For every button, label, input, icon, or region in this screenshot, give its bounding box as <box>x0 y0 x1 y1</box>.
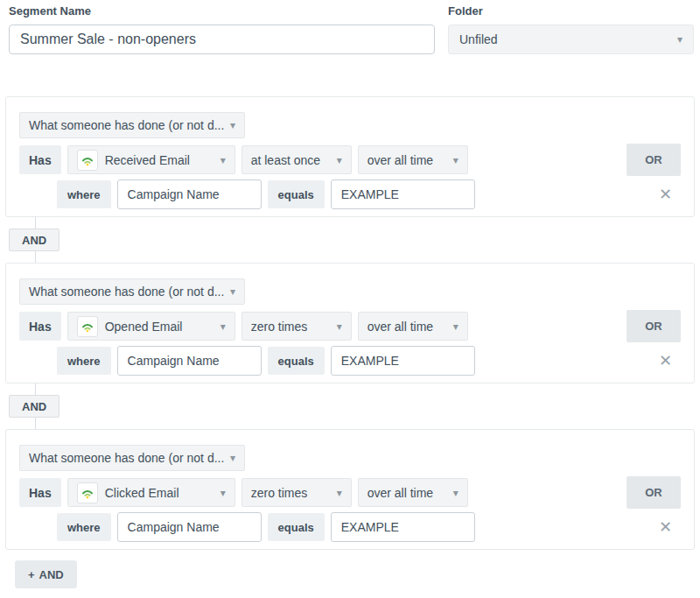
chevron-down-icon: ▾ <box>337 321 342 332</box>
metric-value: Opened Email <box>105 320 183 334</box>
folder-select[interactable]: Unfiled ▾ <box>448 25 694 54</box>
close-icon[interactable]: ✕ <box>657 185 674 204</box>
or-button[interactable]: OR <box>626 144 681 176</box>
filter-value-input[interactable] <box>331 346 475 376</box>
timeframe-value: over all time <box>368 486 433 500</box>
condition-card-2: What someone has done (or not d... ▾ Has… <box>5 263 695 383</box>
frequency-dropdown[interactable]: zero times ▾ <box>242 478 352 507</box>
condition-type-dropdown[interactable]: What someone has done (or not d... ▾ <box>19 278 245 305</box>
filter-value-input[interactable] <box>331 512 475 542</box>
close-icon[interactable]: ✕ <box>657 517 674 537</box>
timeframe-dropdown[interactable]: over all time ▾ <box>358 312 468 341</box>
condition-type-dropdown[interactable]: What someone has done (or not d... ▾ <box>19 112 245 138</box>
chevron-down-icon: ▾ <box>337 488 342 498</box>
condition-type-dropdown[interactable]: What someone has done (or not d... ▾ <box>19 445 245 471</box>
condition-type-value: What someone has done (or not d... <box>29 118 224 132</box>
frequency-dropdown[interactable]: zero times ▾ <box>242 312 352 341</box>
operator-chip[interactable]: equals <box>268 347 325 375</box>
where-chip: where <box>57 347 111 375</box>
metric-value: Clicked Email <box>105 486 179 500</box>
condition-type-value: What someone has done (or not d... <box>29 285 224 299</box>
chevron-down-icon: ▾ <box>220 321 226 332</box>
and-connector: AND <box>5 217 700 263</box>
email-metric-icon <box>77 150 98 171</box>
filter-row: where equals ✕ <box>57 179 681 209</box>
add-and-label: AND <box>39 568 64 581</box>
condition-card-1: What someone has done (or not d... ▾ Has… <box>5 96 695 217</box>
frequency-value: zero times <box>251 320 308 334</box>
filter-field-input[interactable] <box>117 512 262 542</box>
timeframe-value: over all time <box>368 320 433 334</box>
condition-card-3: What someone has done (or not d... ▾ Has… <box>5 429 695 550</box>
chevron-down-icon: ▾ <box>230 453 235 463</box>
operator-chip[interactable]: equals <box>268 180 325 208</box>
email-metric-icon <box>77 316 98 337</box>
email-metric-icon <box>77 482 98 503</box>
timeframe-value: over all time <box>368 153 433 167</box>
chevron-down-icon: ▾ <box>230 120 235 130</box>
segment-name-label: Segment Name <box>9 4 435 18</box>
where-chip: where <box>57 513 111 541</box>
close-icon[interactable]: ✕ <box>657 351 674 370</box>
chevron-down-icon: ▾ <box>453 488 458 498</box>
frequency-value: at least once <box>251 153 320 167</box>
segment-name-input[interactable] <box>9 25 435 54</box>
chevron-down-icon: ▾ <box>337 155 342 165</box>
chevron-down-icon: ▾ <box>220 155 226 165</box>
segment-name-field: Segment Name <box>9 4 435 54</box>
chevron-down-icon: ▾ <box>677 34 682 45</box>
frequency-dropdown[interactable]: at least once ▾ <box>242 145 352 174</box>
or-button[interactable]: OR <box>626 310 681 342</box>
condition-type-value: What someone has done (or not d... <box>29 451 224 465</box>
filter-row: where equals ✕ <box>57 346 681 376</box>
chevron-down-icon: ▾ <box>220 488 226 498</box>
filter-field-input[interactable] <box>117 179 262 209</box>
chevron-down-icon: ▾ <box>230 286 235 297</box>
timeframe-dropdown[interactable]: over all time ▾ <box>358 145 468 174</box>
where-chip: where <box>57 180 111 208</box>
or-button[interactable]: OR <box>626 476 681 509</box>
metric-dropdown[interactable]: Clicked Email ▾ <box>67 478 235 507</box>
add-and-button[interactable]: + AND <box>15 560 77 588</box>
filter-row: where equals ✕ <box>57 512 681 542</box>
filter-field-input[interactable] <box>117 346 262 376</box>
chevron-down-icon: ▾ <box>453 321 458 332</box>
plus-icon: + <box>28 568 35 581</box>
folder-label: Folder <box>448 4 694 18</box>
qualifier-chip[interactable]: Has <box>19 145 61 174</box>
timeframe-dropdown[interactable]: over all time ▾ <box>358 478 468 507</box>
condition-row: Has Received Email ▾ at least once ▾ ove… <box>19 144 681 176</box>
metric-dropdown[interactable]: Opened Email ▾ <box>67 312 235 341</box>
condition-row: Has Opened Email ▾ zero times ▾ over all… <box>19 310 681 342</box>
qualifier-chip[interactable]: Has <box>19 478 61 507</box>
and-connector: AND <box>5 383 700 429</box>
condition-row: Has Clicked Email ▾ zero times ▾ over al… <box>19 476 681 509</box>
chevron-down-icon: ▾ <box>453 155 458 165</box>
operator-chip[interactable]: equals <box>268 513 325 541</box>
segment-builder: What someone has done (or not d... ▾ Has… <box>0 96 700 588</box>
metric-dropdown[interactable]: Received Email ▾ <box>67 145 235 174</box>
qualifier-chip[interactable]: Has <box>19 312 61 341</box>
metric-value: Received Email <box>105 153 190 167</box>
header-row: Segment Name Folder Unfiled ▾ <box>0 0 700 54</box>
filter-value-input[interactable] <box>331 179 475 209</box>
and-connector-chip: AND <box>9 395 60 418</box>
frequency-value: zero times <box>251 486 308 500</box>
folder-field: Folder Unfiled ▾ <box>448 4 694 54</box>
folder-selected-value: Unfiled <box>459 32 498 46</box>
and-connector-chip: AND <box>9 229 60 251</box>
